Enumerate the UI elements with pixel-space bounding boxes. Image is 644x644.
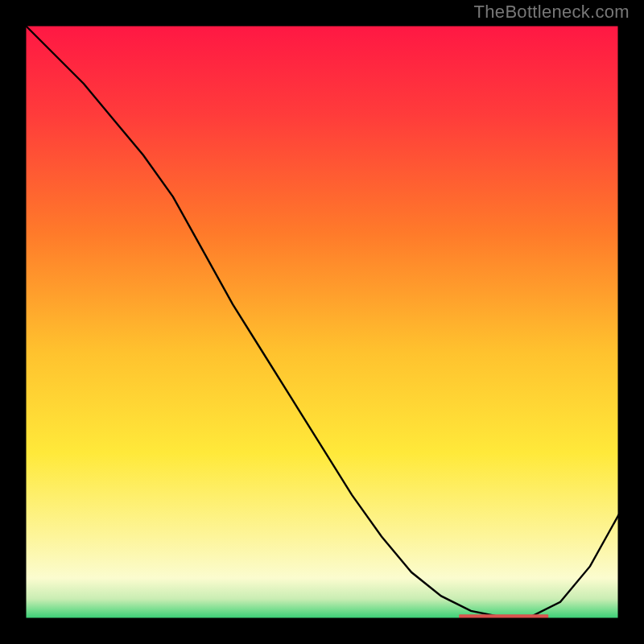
bottleneck-chart (0, 0, 644, 644)
plot-background (24, 24, 620, 620)
chart-container: TheBottleneck.com (0, 0, 644, 644)
